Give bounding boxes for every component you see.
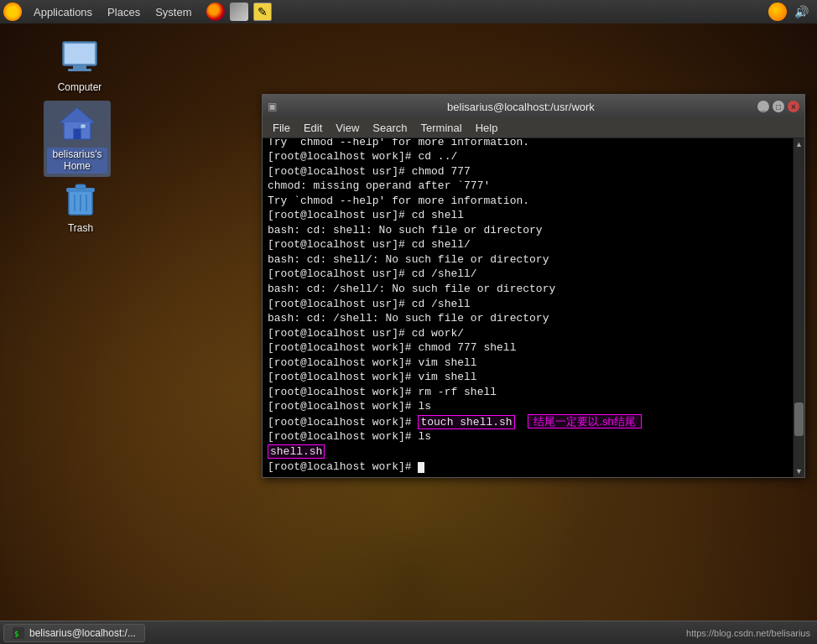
terminal-title-text: belisarius@localhost:/usr/work — [284, 101, 757, 113]
terminal-scrollbar[interactable]: ▲ ▼ — [793, 138, 804, 477]
maximize-button[interactable]: □ — [773, 101, 784, 112]
menu-terminal[interactable]: Terminal — [414, 120, 469, 136]
menu-file[interactable]: File — [266, 120, 297, 136]
taskbar: $ belisarius@localhost:/... https://blog… — [0, 621, 817, 644]
terminal-menubar: File Edit View Search Terminal Help — [263, 118, 804, 138]
firefox-icon[interactable] — [206, 3, 225, 21]
top-bar-left: Applications Places System ✎ — [0, 3, 272, 21]
home-icon-img — [57, 104, 97, 144]
file-listing: shell.sh — [268, 444, 325, 459]
desktop-icon-home[interactable]: belisarius's Home — [44, 101, 111, 177]
svg-rect-4 — [65, 44, 94, 63]
menu-help[interactable]: Help — [469, 120, 505, 136]
close-button[interactable]: × — [788, 101, 799, 112]
svg-text:$: $ — [14, 630, 18, 638]
taskbar-item-label: belisarius@localhost:/... — [29, 627, 136, 639]
scrollbar-up[interactable]: ▲ — [794, 138, 804, 150]
menu-edit[interactable]: Edit — [297, 120, 329, 136]
taskbar-terminal-item[interactable]: $ belisarius@localhost:/... — [3, 624, 145, 642]
gnome-icon — [3, 3, 22, 21]
svg-marker-6 — [60, 108, 94, 122]
svg-rect-2 — [73, 65, 86, 69]
status-icon — [768, 3, 787, 21]
menu-places[interactable]: Places — [101, 3, 147, 21]
network-icon[interactable] — [230, 3, 248, 21]
svg-rect-3 — [68, 69, 91, 71]
taskbar-url: https://blog.csdn.net/belisarius — [686, 628, 817, 638]
notes-icon[interactable]: ✎ — [253, 3, 272, 21]
terminal-title-icon: ▣ — [268, 101, 279, 112]
desktop-icon-computer[interactable]: Computer — [46, 34, 113, 97]
terminal-content[interactable]: chmod: missing operand after `777' Try `… — [263, 138, 804, 477]
annotation-text: 结尾一定要以.sh结尾 — [528, 414, 641, 428]
trash-icon-img — [60, 178, 101, 218]
desktop-icon-trash[interactable]: Trash — [47, 174, 114, 238]
top-bar-right: 🔊 — [768, 3, 817, 21]
top-menubar: Applications Places System ✎ 🔊 — [0, 0, 817, 23]
terminal-text[interactable]: chmod: missing operand after `777' Try `… — [263, 138, 793, 477]
scrollbar-down[interactable]: ▼ — [794, 465, 804, 477]
menu-applications[interactable]: Applications — [27, 3, 99, 21]
terminal-titlebar: ▣ belisarius@localhost:/usr/work _ □ × — [263, 95, 804, 118]
home-icon-label: belisarius's Home — [47, 148, 107, 174]
menu-view[interactable]: View — [329, 120, 366, 136]
window-buttons: _ □ × — [757, 101, 799, 112]
computer-icon-img — [60, 37, 100, 77]
svg-rect-11 — [75, 184, 86, 189]
svg-rect-7 — [74, 129, 81, 139]
trash-icon-label: Trash — [65, 221, 96, 235]
touch-cmd: touch shell.sh — [418, 415, 514, 429]
terminal-window: ▣ belisarius@localhost:/usr/work _ □ × F… — [262, 94, 805, 478]
svg-rect-8 — [81, 124, 86, 128]
volume-icon[interactable]: 🔊 — [792, 3, 810, 21]
menu-search[interactable]: Search — [366, 120, 414, 136]
terminal-cursor — [418, 462, 424, 473]
computer-icon-label: Computer — [55, 80, 105, 94]
menu-system[interactable]: System — [148, 3, 198, 21]
minimize-button[interactable]: _ — [757, 101, 769, 112]
scrollbar-thumb[interactable] — [794, 402, 804, 436]
taskbar-terminal-icon: $ — [13, 627, 24, 639]
